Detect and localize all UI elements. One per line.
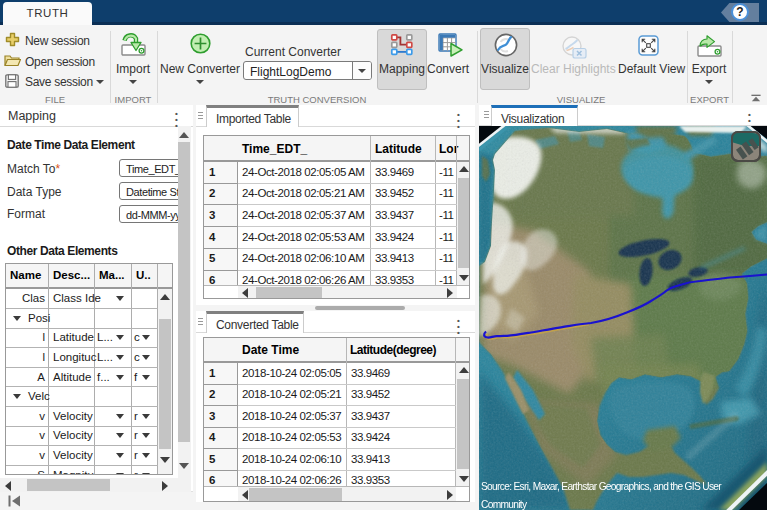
svg-text:Source: Esri, Maxar, Earthstar: Source: Esri, Maxar, Earthstar Geographi… <box>481 481 722 492</box>
svg-text:Community: Community <box>481 499 528 510</box>
